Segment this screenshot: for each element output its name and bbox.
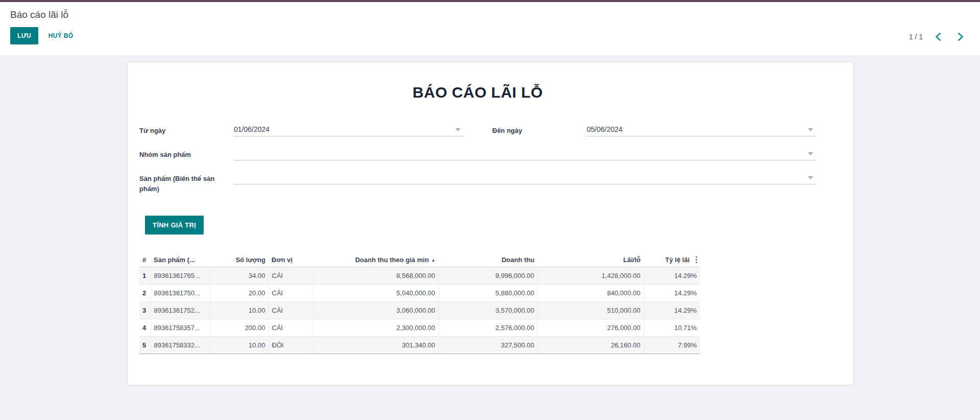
cell-index: 5 (139, 337, 151, 354)
discard-button[interactable]: HUỶ BỎ (42, 27, 79, 44)
pager-next-button[interactable] (953, 31, 969, 43)
cell-profit: 276,000.00 (537, 319, 644, 337)
to-date-label: Đến ngày (493, 124, 587, 136)
caret-down-icon[interactable] (808, 176, 813, 179)
cell-margin: 7.99% (644, 337, 700, 354)
from-date-label: Từ ngày (139, 124, 234, 136)
cell-quantity: 34.00 (210, 267, 268, 285)
table-row[interactable]: 5 89361758332... 10.00 ĐÔI 301,340.00 32… (139, 337, 700, 354)
cell-quantity: 200.00 (210, 319, 268, 337)
page: { "breadcrumb": { "title": "Báo cáo lãi … (0, 0, 980, 420)
report-table: # Sản phẩm (... Số lượng Đơn vị Doanh th… (139, 252, 700, 354)
report-form-card: BÁO CÁO LÃI LỖ Từ ngày Đến ngày Nhóm sản… (127, 62, 853, 385)
caret-down-icon[interactable] (808, 128, 813, 131)
caret-down-icon[interactable] (455, 128, 460, 131)
cell-index: 3 (139, 302, 151, 319)
report-table-wrap: # Sản phẩm (... Số lượng Đơn vị Doanh th… (139, 252, 700, 354)
cell-unit: CÁI (268, 319, 313, 337)
cell-revenue-min: 8,568,000.00 (313, 267, 438, 285)
pager-previous-button[interactable] (930, 31, 946, 43)
header-revenue-min-label: Doanh thu theo giá min (355, 256, 429, 264)
header-product[interactable]: Sản phẩm (... (151, 252, 210, 267)
table-row[interactable]: 1 89361361765... 34.00 CÁI 8,568,000.00 … (139, 267, 700, 285)
cell-revenue-min: 301,340.00 (313, 337, 438, 354)
product-variant-input[interactable] (234, 172, 816, 184)
cell-quantity: 20.00 (210, 285, 268, 302)
cell-index: 1 (139, 267, 151, 285)
cell-margin: 14.29% (644, 285, 700, 302)
caret-down-icon[interactable] (808, 152, 813, 155)
cell-revenue-min: 5,040,000.00 (313, 285, 438, 302)
cell-product: 89361361752... (151, 302, 210, 319)
chevron-right-icon (958, 33, 964, 41)
compute-values-button[interactable]: TÍNH GIÁ TRỊ (145, 216, 204, 235)
cell-profit: 840,000.00 (537, 285, 644, 302)
field-from-date: Từ ngày (139, 124, 463, 136)
header-profit[interactable]: Lãi/lỗ (537, 252, 644, 267)
from-date-input[interactable] (234, 124, 463, 136)
cell-revenue: 3,570,000.00 (438, 302, 537, 319)
cell-margin: 14.29% (644, 267, 700, 285)
cell-unit: CÁI (268, 285, 313, 302)
report-title: BÁO CÁO LÃI LỖ (139, 84, 816, 101)
pager-count[interactable]: 1 / 1 (909, 33, 923, 41)
kebab-menu-icon: ⋮ (693, 255, 700, 264)
table-row[interactable]: 4 89361758357... 200.00 CÁI 2,300,000.00… (139, 319, 700, 337)
cell-profit: 1,428,000.00 (537, 267, 644, 285)
chevron-left-icon (935, 33, 941, 41)
cell-product: 89361361765... (151, 267, 210, 285)
cell-unit: CÁI (268, 267, 313, 285)
save-button[interactable]: LƯU (10, 27, 38, 44)
cell-revenue: 5,880,000.00 (438, 285, 537, 302)
cell-quantity: 10.00 (210, 337, 268, 354)
cell-profit: 26,160.00 (537, 337, 644, 354)
cell-product: 89361758332... (151, 337, 210, 354)
header-unit[interactable]: Đơn vị (268, 252, 313, 267)
product-variant-input-wrap (234, 172, 816, 184)
product-group-input[interactable] (234, 148, 816, 160)
control-panel: Báo cáo lãi lỗ LƯU HUỶ BỎ 1 / 1 (0, 2, 980, 56)
cell-quantity: 10.00 (210, 302, 268, 319)
to-date-input-wrap (587, 124, 817, 136)
to-date-input[interactable] (587, 124, 817, 136)
pager: 1 / 1 (909, 31, 969, 43)
product-group-label: Nhóm sản phẩm (139, 148, 234, 160)
field-to-date: Đến ngày (493, 124, 817, 136)
cell-revenue: 9,996,000.00 (438, 267, 537, 285)
product-group-input-wrap (234, 148, 816, 160)
cell-index: 2 (139, 285, 151, 302)
from-date-input-wrap (234, 124, 463, 136)
cell-margin: 14.29% (644, 302, 700, 319)
header-index[interactable]: # (139, 252, 151, 267)
cell-revenue-min: 2,300,000.00 (313, 319, 438, 337)
table-row[interactable]: 3 89361361752... 10.00 CÁI 3,060,000.00 … (139, 302, 700, 319)
content-area: BÁO CÁO LÃI LỖ Từ ngày Đến ngày Nhóm sản… (0, 56, 980, 420)
cell-revenue-min: 3,060,000.00 (313, 302, 438, 319)
cell-index: 4 (139, 319, 151, 337)
header-revenue[interactable]: Doanh thu (438, 252, 537, 267)
report-table-body: 1 89361361765... 34.00 CÁI 8,568,000.00 … (139, 267, 700, 354)
cell-profit: 510,000.00 (537, 302, 644, 319)
page-title: Báo cáo lãi lỗ (10, 9, 970, 20)
cell-product: 89361758357... (151, 319, 210, 337)
table-row[interactable]: 2 89361361750... 20.00 CÁI 5,040,000.00 … (139, 285, 700, 302)
field-product-group: Nhóm sản phẩm (139, 148, 816, 160)
cell-margin: 10.71% (644, 319, 700, 337)
header-margin[interactable]: Tỷ lệ lãi (644, 252, 693, 267)
cell-product: 89361361750... (151, 285, 210, 302)
cell-revenue: 2,576,000.00 (438, 319, 537, 337)
cell-revenue: 327,500.00 (438, 337, 537, 354)
product-variant-label: Sản phẩm (Biến thể sản phẩm) (139, 172, 234, 194)
cell-unit: CÁI (268, 302, 313, 319)
filter-form: Từ ngày Đến ngày Nhóm sản phẩm (139, 124, 816, 194)
sort-ascending-icon: ▲ (431, 258, 435, 263)
cell-unit: ĐÔI (268, 337, 313, 354)
header-revenue-min[interactable]: Doanh thu theo giá min▲ (313, 252, 438, 267)
control-buttons: LƯU HUỶ BỎ (10, 27, 970, 44)
table-header-row: # Sản phẩm (... Số lượng Đơn vị Doanh th… (139, 252, 700, 267)
header-quantity[interactable]: Số lượng (210, 252, 268, 267)
field-product-variant: Sản phẩm (Biến thể sản phẩm) (139, 172, 816, 194)
column-options-button[interactable]: ⋮ (693, 252, 700, 267)
